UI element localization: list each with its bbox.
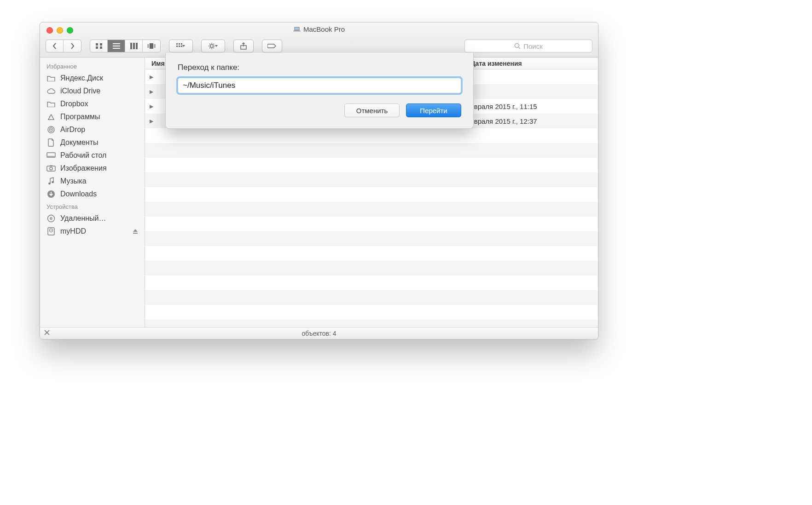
svg-rect-1 (295, 28, 299, 30)
cell-date: февраля 2015 г., 11:15 (460, 103, 598, 110)
svg-rect-8 (113, 46, 120, 46)
sidebar-item-desktop[interactable]: Рабочий стол (40, 149, 145, 162)
svg-rect-20 (179, 46, 180, 47)
disclosure-triangle-icon[interactable]: ▶ (150, 74, 153, 80)
sidebar-item-label: myHDD (60, 227, 86, 235)
svg-rect-5 (96, 46, 98, 49)
sidebar-item-label: Удаленный… (60, 214, 106, 223)
coverflow-view-button[interactable] (143, 40, 160, 52)
hdd-icon (46, 227, 56, 235)
folder-path-input[interactable] (178, 78, 461, 93)
list-view-button[interactable] (108, 40, 125, 52)
sidebar-item-label: Музыка (60, 177, 87, 185)
svg-rect-10 (130, 43, 132, 49)
svg-point-22 (210, 45, 213, 47)
icon-view-button[interactable] (90, 40, 108, 52)
sidebar-item-label: Документы (60, 138, 98, 147)
sidebar-item-label: iCloud Drive (60, 87, 100, 95)
svg-point-35 (52, 181, 54, 184)
svg-rect-30 (47, 156, 55, 157)
action-button[interactable] (202, 40, 225, 52)
svg-rect-14 (154, 44, 156, 48)
search-placeholder: Поиск (523, 42, 543, 50)
disc-icon (46, 214, 56, 223)
disclosure-triangle-icon[interactable]: ▶ (150, 103, 153, 109)
tags-button[interactable] (262, 40, 282, 52)
svg-rect-19 (176, 46, 178, 47)
sidebar-item-applications[interactable]: Программы (40, 110, 145, 123)
share-button[interactable] (234, 40, 253, 52)
svg-rect-16 (176, 43, 178, 45)
sidebar-devices-header: Устройства (40, 201, 145, 212)
sidebar-item-label: Программы (60, 113, 100, 121)
sidebar-item-downloads[interactable]: Downloads (40, 188, 145, 201)
svg-rect-12 (136, 43, 138, 49)
search-field[interactable]: Поиск (464, 40, 592, 52)
status-text: объектов: 4 (302, 330, 336, 337)
svg-point-25 (49, 116, 50, 117)
cloud-icon (46, 87, 56, 95)
window-title: MacBook Pro (40, 25, 598, 33)
sheet-label: Переход к папке: (178, 63, 461, 72)
svg-rect-15 (150, 43, 153, 49)
sidebar-item-music[interactable]: Музыка (40, 175, 145, 188)
svg-rect-13 (147, 44, 149, 48)
svg-rect-33 (50, 166, 52, 166)
path-bar-icon[interactable] (44, 329, 50, 336)
svg-rect-7 (113, 43, 120, 44)
disclosure-triangle-icon[interactable]: ▶ (150, 118, 153, 124)
view-mode-buttons (90, 40, 161, 52)
share-button-group (233, 40, 254, 52)
laptop-icon (293, 27, 301, 32)
arrange-button[interactable] (169, 40, 192, 52)
svg-point-28 (51, 129, 52, 131)
arrange-button-group (169, 40, 193, 52)
tags-button-group (262, 40, 282, 52)
sidebar-item-myhdd[interactable]: myHDD (40, 225, 145, 238)
window-title-text: MacBook Pro (303, 25, 345, 33)
sidebar-item-pictures[interactable]: Изображения (40, 162, 145, 175)
forward-button[interactable] (64, 40, 81, 52)
titlebar: MacBook Pro (40, 23, 598, 57)
applications-icon (46, 113, 56, 121)
sidebar-item-documents[interactable]: Документы (40, 136, 145, 149)
column-date-header[interactable]: ДатДата изменения (460, 60, 598, 67)
disclosure-triangle-icon[interactable]: ▶ (150, 89, 153, 95)
finder-window: MacBook Pro (40, 22, 598, 339)
column-view-button[interactable] (125, 40, 143, 52)
sidebar-item-label: Downloads (60, 190, 97, 198)
svg-rect-31 (47, 166, 55, 171)
sidebar-item-yandex-disk[interactable]: Яндекс.Диск (40, 72, 145, 85)
svg-point-38 (50, 218, 52, 219)
eject-icon[interactable] (133, 229, 138, 234)
toolbar: Поиск (46, 38, 592, 54)
back-button[interactable] (46, 40, 64, 52)
go-to-folder-sheet: Переход к папке: Отменить Перейти (165, 53, 474, 129)
go-button[interactable]: Перейти (406, 103, 461, 117)
svg-point-37 (48, 215, 55, 222)
sidebar-item-remote-disc[interactable]: Удаленный… (40, 212, 145, 225)
svg-rect-6 (100, 46, 102, 49)
cell-date: февраля 2015 г., 12:37 (460, 117, 598, 125)
sidebar-item-label: Яндекс.Диск (60, 74, 103, 82)
svg-rect-2 (293, 30, 301, 31)
svg-rect-11 (133, 43, 135, 49)
sidebar-item-icloud[interactable]: iCloud Drive (40, 85, 145, 98)
svg-point-34 (48, 183, 51, 185)
svg-point-24 (515, 44, 519, 48)
nav-buttons (46, 40, 81, 52)
svg-rect-18 (181, 43, 182, 45)
pictures-icon (46, 164, 56, 172)
svg-rect-3 (96, 43, 98, 46)
sidebar-item-dropbox[interactable]: Dropbox (40, 98, 145, 110)
sidebar-item-airdrop[interactable]: AirDrop (40, 123, 145, 136)
cancel-button[interactable]: Отменить (344, 103, 400, 117)
folder-icon (46, 74, 56, 82)
search-icon (514, 43, 521, 49)
document-icon (46, 138, 56, 147)
sidebar-item-label: Dropbox (60, 100, 88, 108)
sidebar-item-label: Изображения (60, 164, 107, 172)
music-icon (46, 177, 56, 185)
desktop-icon (46, 151, 56, 160)
sidebar-favorites-header: Избранное (40, 60, 145, 72)
